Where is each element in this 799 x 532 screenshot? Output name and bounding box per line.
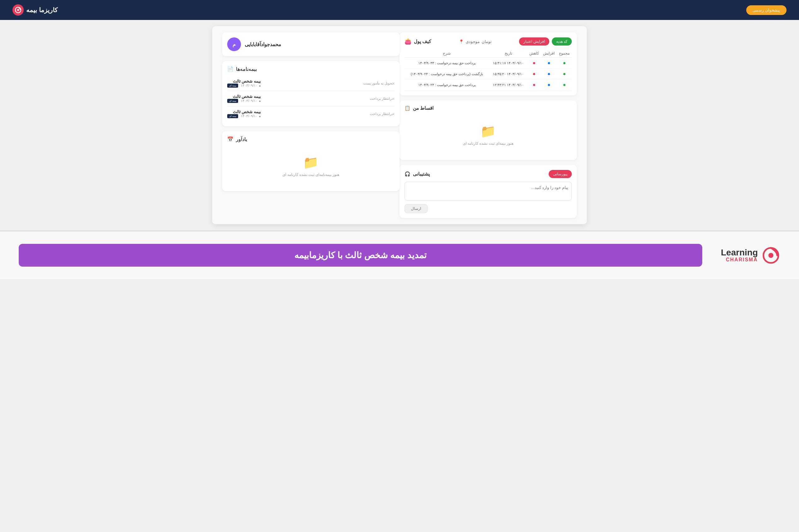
footer-banner: تمدید بیمه شخص ثالث با کاریزمابیمه <box>19 244 702 267</box>
cell-increase: ● <box>541 79 557 91</box>
policy-logo: بیمه ای <box>227 83 238 88</box>
policy-arrow-icon: › <box>393 81 395 86</box>
cell-date: ۱۴۰۳/۰۹/۱۰ ۱۵:۴۱:۱۷ <box>489 58 527 69</box>
learning-word: Learning <box>721 248 758 257</box>
wallet-icon: 👛 <box>404 38 411 45</box>
left-panel: کد هدیه افزایش اعتبار تومان موجودی 📍 کیف… <box>399 33 581 218</box>
navbar: پیشخوان رسمی کاریزما بیمه <box>0 0 799 20</box>
installments-header: اقساط من 📋 <box>404 106 572 111</box>
date-dot: ● <box>259 114 261 118</box>
col-desc: شرح <box>404 49 489 58</box>
policy-name: بیمه شخص ثالث <box>227 94 261 99</box>
date-value: ۱۴۰۳/۰۹/۱۰ <box>241 114 257 118</box>
policy-date: ● ۱۴۰۳/۰۹/۱۰ بیمه ای <box>227 99 261 103</box>
date-value: ۱۴۰۳/۰۹/۱۰ <box>241 99 257 103</box>
brand-icon <box>13 4 24 16</box>
table-header-row: مجموع افزایش کاهش تاریخ شرح <box>404 49 572 58</box>
support-icon: 🎧 <box>404 171 411 177</box>
calendar-title: یادآور <box>236 136 247 142</box>
policy-item[interactable]: › درانتظار پرداخت بیمه شخص ثالث ● ۱۴۰۳/۰… <box>227 106 395 121</box>
cell-desc: پرداخت حق بیمه درخواست : ۱۴۰۳/۹۰۲۴ <box>404 79 489 91</box>
dashboard-container: کد هدیه افزایش اعتبار تومان موجودی 📍 کیف… <box>212 26 587 224</box>
policies-header: بیمه‌نامه‌ها 📄 <box>227 66 395 72</box>
policy-item[interactable]: › تحویل به مأمور پست بیمه شخص ثالث ● ۱۴۰… <box>227 76 395 91</box>
balance-marker: 📍 <box>459 39 464 44</box>
installments-card: اقساط من 📋 📁 هنوز بیمه‌ای ثبت نشده کارنا… <box>399 100 577 160</box>
table-row: ● ● ● ۱۴۰۳/۰۹/۱۰ ۱۵:۳۵:۲۰ بازگشت (پرداخت… <box>404 69 572 79</box>
col-date: تاریخ <box>489 49 527 58</box>
wallet-balance: تومان موجودی 📍 <box>459 39 492 44</box>
calendar-empty-text: هنوز بیمه‌نامه‌ای ثبت نشده کارنامه ای <box>283 172 339 177</box>
policy-arrow-icon: › <box>393 96 395 101</box>
policy-info: بیمه شخص ثالث ● ۱۴۰۳/۰۹/۱۰ بیمه ای <box>227 94 261 103</box>
wallet-header: کد هدیه افزایش اعتبار تومان موجودی 📍 کیف… <box>404 37 572 45</box>
col-increase: افزایش <box>541 49 557 58</box>
policy-date: ● ۱۴۰۳/۰۹/۱۰ بیمه ای <box>227 83 261 88</box>
learning-logo-text: Learning CHARISMA <box>721 248 758 263</box>
policy-name: بیمه شخص ثالث <box>227 79 261 83</box>
cell-date: ۱۴۰۳/۰۹/۱۰ ۱۲:۴۳:۲۱ <box>489 79 527 91</box>
policy-info: بیمه شخص ثالث ● ۱۴۰۳/۰۹/۱۰ بیمه ای <box>227 110 261 118</box>
cell-date: ۱۴۰۳/۰۹/۱۰ ۱۵:۳۵:۲۰ <box>489 69 527 79</box>
wallet-title-text: کیف پول <box>414 39 431 44</box>
gift-code-button[interactable]: کد هدیه <box>552 37 572 45</box>
cell-total: ● <box>557 58 572 69</box>
balance-currency: تومان <box>482 39 492 44</box>
policy-status: درانتظار پرداخت <box>370 112 393 116</box>
cell-desc: بازگشت (پرداخت حق بیمه درخواست : ۱۴۰۳/۹۰… <box>404 69 489 79</box>
policy-info: بیمه شخص ثالث ● ۱۴۰۳/۰۹/۱۰ بیمه ای <box>227 79 261 88</box>
date-value: ۱۴۰۳/۰۹/۱۰ <box>241 83 257 88</box>
support-message-input[interactable] <box>404 182 572 201</box>
support-card: پیورسانی پشتیبانی 🎧 ارسال <box>399 165 577 218</box>
wallet-table: مجموع افزایش کاهش تاریخ شرح ● ● ● ۱۴۰۳/۰ <box>404 49 572 91</box>
installments-empty: 📁 هنوز بیمه‌ای ثبت نشده کارنامه ای <box>404 115 572 155</box>
increase-credit-button[interactable]: افزایش اعتبار <box>519 37 549 45</box>
footer-banner-text: تمدید بیمه شخص ثالث با کاریزمابیمه <box>294 250 426 260</box>
wallet-actions: کد هدیه افزایش اعتبار <box>519 37 572 45</box>
policy-status: درانتظار پرداخت <box>370 97 393 101</box>
policy-name: بیمه شخص ثالث <box>227 110 261 114</box>
svg-point-1 <box>17 9 19 11</box>
policies-icon: 📄 <box>227 66 234 72</box>
cell-total: ● <box>557 69 572 79</box>
cell-decrease: ● <box>527 58 541 69</box>
policies-card: بیمه‌نامه‌ها 📄 › تحویل به مأمور پست بیمه… <box>222 61 399 126</box>
installments-empty-text: هنوز بیمه‌ای ثبت نشده کارنامه ای <box>463 141 514 146</box>
installments-title-text: اقساط من <box>413 106 434 111</box>
user-name: محمدجوادآقابابایی <box>245 41 281 48</box>
support-header: پیورسانی پشتیبانی 🎧 <box>404 170 572 178</box>
login-button[interactable]: پیشخوان رسمی <box>746 5 786 15</box>
empty-folder-icon: 📁 <box>480 124 496 139</box>
avatar: م <box>227 37 241 51</box>
table-row: ● ● ● ۱۴۰۳/۰۹/۱۰ ۱۵:۴۱:۱۷ پرداخت حق بیمه… <box>404 58 572 69</box>
col-decrease: کاهش <box>527 49 541 58</box>
policy-logo: بیمه ای <box>227 114 238 118</box>
col-total: مجموع <box>557 49 572 58</box>
calendar-empty: 📁 هنوز بیمه‌نامه‌ای ثبت نشده کارنامه ای <box>227 146 395 186</box>
dashboard-grid: کد هدیه افزایش اعتبار تومان موجودی 📍 کیف… <box>212 26 587 224</box>
cell-decrease: ● <box>527 79 541 91</box>
support-title-text: پشتیبانی <box>413 171 430 177</box>
policy-date: ● ۱۴۰۳/۰۹/۱۰ بیمه ای <box>227 114 261 118</box>
right-panel: محمدجوادآقابابایی م بیمه‌نامه‌ها 📄 › تحو… <box>218 33 399 218</box>
user-card: محمدجوادآقابابایی م <box>222 33 399 56</box>
send-button[interactable]: ارسال <box>404 204 428 213</box>
user-info: محمدجوادآقابابایی <box>245 41 281 48</box>
date-dot: ● <box>259 99 261 103</box>
navbar-logo-text: کاریزما بیمه <box>26 6 58 14</box>
installments-title: اقساط من 📋 <box>404 106 434 111</box>
urgent-button[interactable]: پیورسانی <box>549 170 572 178</box>
empty-calendar-icon: 📁 <box>303 155 319 170</box>
footer-area: Learning CHARISMA تمدید بیمه شخص ثالث با… <box>0 230 799 279</box>
calendar-header: یادآور 📅 <box>227 136 395 142</box>
cell-total: ● <box>557 79 572 91</box>
wallet-card: کد هدیه افزایش اعتبار تومان موجودی 📍 کیف… <box>399 33 577 95</box>
policy-status: تحویل به مأمور پست <box>363 81 393 86</box>
policy-item[interactable]: › درانتظار پرداخت بیمه شخص ثالث ● ۱۴۰۳/۰… <box>227 91 395 106</box>
balance-label: موجودی <box>466 39 480 44</box>
policies-title: بیمه‌نامه‌ها <box>236 66 257 72</box>
cell-increase: ● <box>541 69 557 79</box>
table-row: ● ● ● ۱۴۰۳/۰۹/۱۰ ۱۲:۴۳:۲۱ پرداخت حق بیمه… <box>404 79 572 91</box>
wallet-title: کیف پول 👛 <box>404 38 431 45</box>
navbar-logo: کاریزما بیمه <box>13 4 58 16</box>
